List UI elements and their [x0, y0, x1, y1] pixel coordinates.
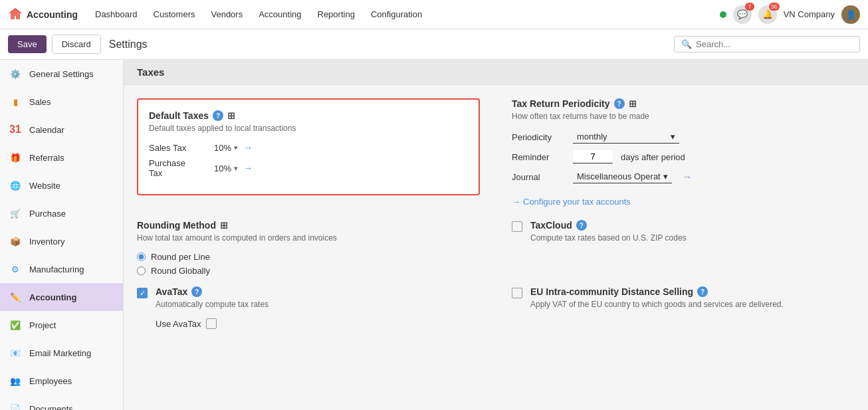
- sidebar-item-manufacturing[interactable]: ⚙ Manufacturing: [0, 255, 123, 283]
- round-per-line-radio[interactable]: [137, 253, 146, 261]
- sidebar-item-project[interactable]: ✅ Project: [0, 311, 123, 339]
- user-avatar[interactable]: 👤: [841, 5, 860, 24]
- periodicity-label: Periodicity: [512, 132, 565, 142]
- discard-button[interactable]: Discard: [52, 35, 101, 54]
- sidebar-label-referrals: Referrals: [29, 153, 64, 163]
- general-settings-icon: ⚙️: [8, 66, 23, 81]
- content-area: Taxes Default Taxes ? ⊞ Default taxes ap…: [124, 60, 868, 410]
- sidebar-label-purchase: Purchase: [29, 209, 66, 219]
- section-header: Taxes: [124, 60, 868, 85]
- periodicity-select[interactable]: monthly ▾: [573, 130, 679, 144]
- purchase-tax-value: 10%: [214, 163, 231, 173]
- journal-select[interactable]: Miscellaneous Operat ▾: [573, 170, 672, 183]
- nav-configuration[interactable]: Configuration: [364, 7, 429, 22]
- use-avatax-checkbox[interactable]: [206, 318, 217, 329]
- purchase-tax-select[interactable]: 10% ▾: [214, 163, 238, 173]
- search-input[interactable]: [696, 39, 853, 49]
- configure-tax-accounts-link[interactable]: → Configure your tax accounts: [512, 197, 631, 207]
- sidebar-label-manufacturing: Manufacturing: [29, 264, 84, 274]
- taxcloud-title: TaxCloud ?: [530, 220, 687, 231]
- sidebar-item-sales[interactable]: ▮ Sales: [0, 88, 123, 116]
- purchase-tax-label: PurchaseTax: [149, 158, 209, 178]
- online-status-dot: [720, 11, 726, 18]
- content-body: Default Taxes ? ⊞ Default taxes applied …: [124, 85, 868, 342]
- sales-tax-row: Sales Tax 10% ▾ →: [149, 142, 468, 153]
- sales-tax-nav-arrow[interactable]: →: [243, 142, 253, 153]
- sales-tax-dropdown-arrow[interactable]: ▾: [234, 144, 238, 152]
- eu-intra-help-icon[interactable]: ?: [697, 286, 708, 297]
- purchase-tax-dropdown-arrow[interactable]: ▾: [234, 164, 238, 173]
- round-per-line-option[interactable]: Round per Line: [137, 252, 480, 262]
- rounding-block: Rounding Method ⊞ How total tax amount i…: [137, 220, 496, 276]
- sidebar-label-employees: Employees: [29, 376, 72, 386]
- search-icon: 🔍: [681, 39, 692, 49]
- chat-button[interactable]: 💬 7: [733, 5, 752, 24]
- accounting-icon: ✏️: [8, 290, 23, 304]
- sidebar-item-website[interactable]: 🌐 Website: [0, 171, 123, 199]
- sidebar-label-sales: Sales: [29, 97, 51, 107]
- top-nav-right: 💬 7 🔔 36 VN Company 👤: [720, 5, 860, 24]
- reminder-label: Reminder: [512, 152, 565, 162]
- purchase-tax-nav-arrow[interactable]: →: [243, 163, 253, 173]
- periodicity-dropdown-arrow[interactable]: ▾: [671, 132, 675, 142]
- journal-nav-arrow[interactable]: →: [683, 171, 692, 182]
- search-bar[interactable]: 🔍: [674, 36, 860, 52]
- sidebar-item-documents[interactable]: 📄 Documents: [0, 395, 123, 410]
- avatax-block: AvaTax ? Automatically compute tax rates…: [137, 286, 496, 329]
- sidebar-item-accounting[interactable]: ✏️ Accounting: [0, 283, 123, 311]
- sales-tax-value: 10%: [214, 143, 231, 153]
- configure-link-arrow: →: [512, 197, 520, 207]
- tax-return-grid-icon[interactable]: ⊞: [629, 98, 637, 109]
- sidebar-label-email-marketing: Email Marketing: [29, 348, 91, 358]
- taxcloud-block: TaxCloud ? Compute tax rates based on U.…: [496, 220, 855, 276]
- taxcloud-subtitle: Compute tax rates based on U.S. ZIP code…: [530, 233, 687, 243]
- sidebar-label-documents: Documents: [29, 404, 73, 411]
- app-name: Accounting: [27, 9, 78, 20]
- nav-vendors[interactable]: Vendors: [204, 7, 249, 22]
- sidebar-item-referrals[interactable]: 🎁 Referrals: [0, 144, 123, 171]
- taxcloud-checkbox[interactable]: [512, 221, 522, 232]
- use-avatax-row: Use AvaTax: [156, 318, 269, 329]
- sidebar-item-general-settings[interactable]: ⚙️ General Settings: [0, 60, 123, 88]
- nav-dashboard[interactable]: Dashboard: [88, 7, 144, 22]
- nav-reporting[interactable]: Reporting: [311, 7, 362, 22]
- purchase-icon: 🛒: [8, 206, 23, 221]
- sales-tax-select[interactable]: 10% ▾: [214, 143, 238, 153]
- sidebar-item-employees[interactable]: 👥 Employees: [0, 367, 123, 395]
- sidebar-item-email-marketing[interactable]: 📧 Email Marketing: [0, 339, 123, 367]
- notification-button[interactable]: 🔔 36: [758, 5, 777, 24]
- avatax-title: AvaTax ?: [156, 286, 269, 297]
- company-name: VN Company: [784, 9, 835, 19]
- nav-accounting[interactable]: Accounting: [252, 7, 308, 22]
- section-title: Taxes: [137, 66, 164, 78]
- app-logo: Accounting: [8, 7, 78, 22]
- taxcloud-help-icon[interactable]: ?: [576, 220, 587, 231]
- avatax-help-icon[interactable]: ?: [191, 286, 202, 297]
- round-globally-radio[interactable]: [137, 266, 146, 275]
- rounding-grid-icon[interactable]: ⊞: [220, 220, 228, 231]
- reminder-input[interactable]: 7: [573, 150, 613, 163]
- sidebar: ⚙️ General Settings ▮ Sales 31 Calendar …: [0, 60, 124, 410]
- periodicity-row: Periodicity monthly ▾: [512, 130, 855, 144]
- journal-row: Journal Miscellaneous Operat ▾ →: [512, 170, 855, 183]
- sidebar-item-calendar[interactable]: 31 Calendar: [0, 116, 123, 144]
- save-button[interactable]: Save: [8, 35, 47, 53]
- rounding-subtitle: How total tax amount is computed in orde…: [137, 233, 480, 243]
- calendar-icon: 31: [8, 122, 23, 137]
- tax-return-help-icon[interactable]: ?: [614, 98, 625, 109]
- rounding-title: Rounding Method ⊞: [137, 220, 480, 231]
- project-icon: ✅: [8, 318, 23, 332]
- default-taxes-grid-icon[interactable]: ⊞: [227, 110, 235, 121]
- use-avatax-label: Use AvaTax: [156, 319, 201, 329]
- round-per-line-label: Round per Line: [151, 252, 210, 262]
- nav-customers[interactable]: Customers: [147, 7, 202, 22]
- eu-intra-checkbox[interactable]: [512, 288, 522, 298]
- eu-intra-block: EU Intra-community Distance Selling ? Ap…: [496, 286, 855, 329]
- round-globally-option[interactable]: Round Globally: [137, 266, 480, 276]
- avatax-checkbox[interactable]: [137, 288, 148, 298]
- avatax-subtitle: Automatically compute tax rates: [156, 300, 269, 309]
- sidebar-item-inventory[interactable]: 📦 Inventory: [0, 227, 123, 255]
- default-taxes-help-icon[interactable]: ?: [213, 110, 223, 121]
- sidebar-item-purchase[interactable]: 🛒 Purchase: [0, 199, 123, 227]
- journal-dropdown-arrow[interactable]: ▾: [663, 171, 668, 181]
